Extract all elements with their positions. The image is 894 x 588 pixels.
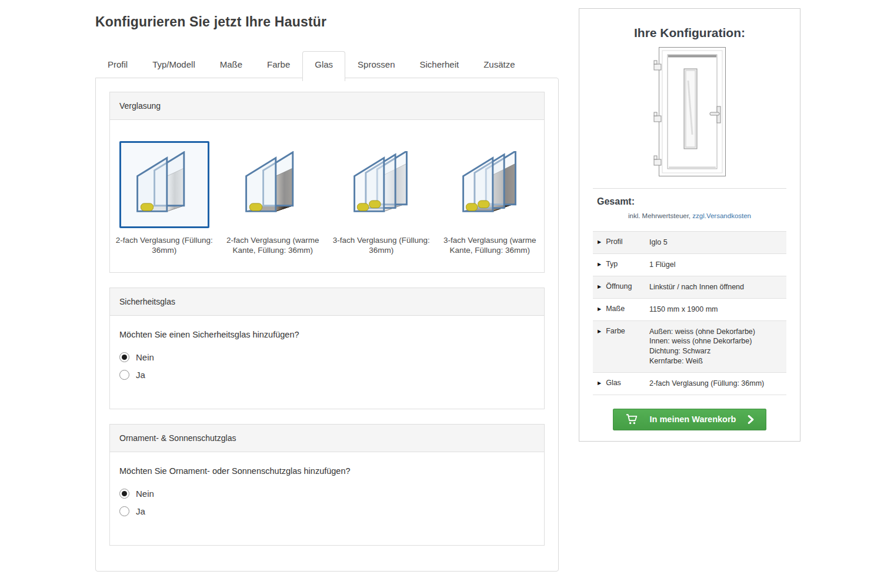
add-to-cart-button[interactable]: In meinen Warenkorb xyxy=(613,409,766,430)
summary-table: ▶Profil Iglo 5 ▶Typ 1 Flügel ▶Öffnung Li… xyxy=(593,231,786,395)
ornament-question: Möchten Sie Ornament- oder Sonnenschutzg… xyxy=(119,466,535,476)
door-preview-image xyxy=(653,46,726,177)
glazing-2fach-warm-icon xyxy=(236,151,310,218)
section-sicherheitsglas: Sicherheitsglas Möchten Sie einen Sicher… xyxy=(109,288,545,409)
tab-farbe[interactable]: Farbe xyxy=(255,51,302,78)
glazing-option-3fach: 3-fach Verglasung (Füllung: 36mm) xyxy=(327,141,436,256)
summary-row-typ[interactable]: ▶Typ 1 Flügel xyxy=(593,254,786,276)
glazing-3fach-icon xyxy=(344,151,418,218)
summary-row-profil[interactable]: ▶Profil Iglo 5 xyxy=(593,232,786,254)
triangle-right-icon: ▶ xyxy=(598,380,601,386)
section-ornamentglas: Ornament- & Sonnenschutzglas Möchten Sie… xyxy=(109,424,545,546)
glazing-2fach-icon xyxy=(127,151,201,218)
security-radio-nein-label[interactable]: Nein xyxy=(136,352,154,362)
tab-zusaetze[interactable]: Zusätze xyxy=(471,51,527,78)
tab-sprossen[interactable]: Sprossen xyxy=(345,51,407,78)
summary-row-value: 1150 mm x 1900 mm xyxy=(649,305,782,315)
security-radio-ja[interactable]: Ja xyxy=(119,370,535,380)
glazing-option-3fach-warm-image[interactable] xyxy=(445,141,535,228)
summary-row-oeffnung[interactable]: ▶Öffnung Linkstür / nach Innen öffnend xyxy=(593,276,786,299)
tab-typ-modell[interactable]: Typ/Modell xyxy=(140,51,208,78)
summary-row-label: Glas xyxy=(606,379,621,387)
summary-row-value: Iglo 5 xyxy=(649,238,782,248)
security-question: Möchten Sie einen Sicherheitsglas hinzuf… xyxy=(119,330,535,339)
summary-row-value: Linkstür / nach Innen öffnend xyxy=(649,282,782,292)
summary-row-value: 2-fach Verglasung (Füllung: 36mm) xyxy=(649,379,782,389)
section-verglasung: Verglasung xyxy=(109,92,545,273)
tab-profil[interactable]: Profil xyxy=(95,51,140,78)
tab-sicherheit[interactable]: Sicherheit xyxy=(407,51,471,78)
tax-note-text: inkl. Mehrwertsteuer, xyxy=(628,212,690,219)
tab-content-glas: Verglasung xyxy=(95,78,559,572)
glazing-option-2fach: 2-fach Verglasung (Füllung: 36mm) xyxy=(110,141,219,256)
security-radio-ja-label[interactable]: Ja xyxy=(136,370,145,380)
glazing-option-2fach-warm-image[interactable] xyxy=(228,141,318,228)
ornament-radio-nein[interactable]: Nein xyxy=(119,489,535,499)
tax-note: inkl. Mehrwertsteuer, zzgl.Versandkosten xyxy=(579,212,800,219)
glazing-option-2fach-warm-label: 2-fach Verglasung (warme Kante, Füllung:… xyxy=(221,235,325,256)
radio-checked-icon[interactable] xyxy=(119,352,129,362)
configuration-summary-panel: Ihre Konfiguration: Gesamt: inkl. Mehrwe xyxy=(579,8,800,442)
glazing-option-3fach-image[interactable] xyxy=(336,141,426,228)
section-sicherheitsglas-header: Sicherheitsglas xyxy=(110,288,544,316)
glazing-3fach-warm-icon xyxy=(453,151,527,218)
summary-row-masse[interactable]: ▶Maße 1150 mm x 1900 mm xyxy=(593,299,786,321)
shipping-costs-link[interactable]: zzgl.Versandkosten xyxy=(692,212,751,219)
triangle-right-icon: ▶ xyxy=(598,284,601,289)
section-ornamentglas-header: Ornament- & Sonnenschutzglas xyxy=(110,425,544,452)
ornament-radio-ja-label[interactable]: Ja xyxy=(136,506,145,516)
summary-row-value: 1 Flügel xyxy=(649,260,782,270)
glazing-option-2fach-image[interactable] xyxy=(119,141,209,228)
summary-row-label: Typ xyxy=(606,260,618,268)
summary-row-value: Außen: weiss (ohne Dekorfarbe) Innen: we… xyxy=(649,327,782,367)
summary-row-farbe[interactable]: ▶Farbe Außen: weiss (ohne Dekorfarbe) In… xyxy=(593,321,786,373)
security-radio-nein[interactable]: Nein xyxy=(119,352,535,362)
chevron-right-icon xyxy=(748,415,754,424)
glazing-option-2fach-warm: 2-fach Verglasung (warme Kante, Füllung:… xyxy=(219,141,328,256)
cart-icon xyxy=(625,413,638,425)
summary-row-label: Öffnung xyxy=(606,282,632,290)
ornament-radio-nein-label[interactable]: Nein xyxy=(136,489,154,499)
summary-row-label: Maße xyxy=(606,305,625,313)
page-title: Konfigurieren Sie jetzt Ihre Haustür xyxy=(95,14,559,30)
radio-unchecked-icon[interactable] xyxy=(119,370,129,380)
glazing-option-3fach-warm: 3-fach Verglasung (warme Kante, Füllung:… xyxy=(436,141,545,256)
glazing-option-2fach-label: 2-fach Verglasung (Füllung: 36mm) xyxy=(112,235,216,256)
add-to-cart-label: In meinen Warenkorb xyxy=(638,415,748,424)
summary-title: Ihre Konfiguration: xyxy=(579,26,800,40)
radio-unchecked-icon[interactable] xyxy=(119,506,129,516)
configurator-tabs: Profil Typ/Modell Maße Farbe Glas Spross… xyxy=(95,51,559,78)
triangle-right-icon: ▶ xyxy=(598,239,601,245)
ornament-radio-ja[interactable]: Ja xyxy=(119,506,535,516)
triangle-right-icon: ▶ xyxy=(598,262,601,267)
triangle-right-icon: ▶ xyxy=(598,329,601,334)
section-verglasung-header: Verglasung xyxy=(110,92,544,120)
summary-row-glas[interactable]: ▶Glas 2-fach Verglasung (Füllung: 36mm) xyxy=(593,373,786,395)
summary-divider xyxy=(593,188,786,189)
summary-row-label: Profil xyxy=(606,238,622,246)
tab-glas[interactable]: Glas xyxy=(302,51,345,81)
glazing-options: 2-fach Verglasung (Füllung: 36mm) xyxy=(110,120,544,272)
glazing-option-3fach-label: 3-fach Verglasung (Füllung: 36mm) xyxy=(329,235,433,256)
total-label: Gesamt: xyxy=(597,196,800,207)
radio-checked-icon[interactable] xyxy=(119,489,129,499)
glazing-option-3fach-warm-label: 3-fach Verglasung (warme Kante, Füllung:… xyxy=(438,235,542,256)
triangle-right-icon: ▶ xyxy=(598,306,601,312)
tab-masse[interactable]: Maße xyxy=(208,51,255,78)
configurator-main: Konfigurieren Sie jetzt Ihre Haustür Pro… xyxy=(95,11,559,572)
summary-row-label: Farbe xyxy=(606,327,625,335)
